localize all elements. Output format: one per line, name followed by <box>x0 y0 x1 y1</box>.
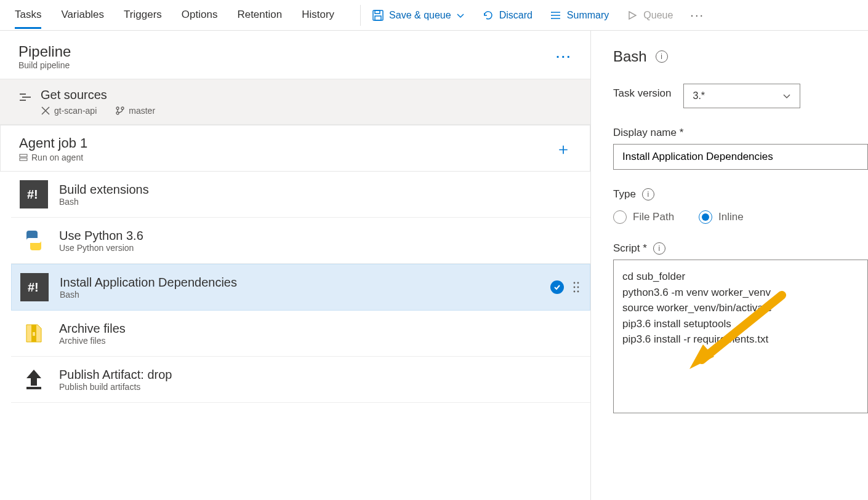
pipeline-title: Pipeline <box>18 43 71 60</box>
pipeline-more[interactable]: ··· <box>556 50 572 64</box>
play-icon <box>626 9 638 22</box>
type-radio-inline[interactable]: Inline <box>699 210 744 224</box>
svg-point-14 <box>121 107 124 109</box>
task-details-panel: Bash i Task version 3.* Display name * T… <box>591 31 868 500</box>
bash-icon: #! <box>20 273 49 301</box>
task-row-install-deps[interactable]: #! Install Application Dependencies Bash <box>11 264 590 311</box>
type-radio-inline-label: Inline <box>718 211 744 223</box>
pipeline-header[interactable]: Pipeline Build pipeline ··· <box>0 31 590 79</box>
bash-icon: #! <box>20 180 48 208</box>
chevron-down-icon <box>456 11 465 20</box>
type-radio-file-path[interactable]: File Path <box>613 210 674 224</box>
task-subtitle: Archive files <box>59 336 126 346</box>
branch-name: master <box>129 106 155 116</box>
upload-icon <box>20 365 48 394</box>
tab-retention[interactable]: Retention <box>237 1 282 29</box>
svg-rect-27 <box>26 387 41 389</box>
drag-handle[interactable] <box>573 280 580 294</box>
script-label: Script * <box>613 242 647 255</box>
info-icon[interactable]: i <box>656 50 668 63</box>
queue-label: Queue <box>643 10 673 21</box>
svg-point-21 <box>574 287 576 288</box>
save-queue-button[interactable]: Save & queue <box>372 9 465 22</box>
task-row-build-extensions[interactable]: #! Build extensions Bash <box>11 172 590 218</box>
display-name-input[interactable] <box>613 144 868 170</box>
tab-history[interactable]: History <box>302 1 334 29</box>
summary-icon <box>550 9 562 22</box>
get-sources-row[interactable]: Get sources gt-scan-api master <box>0 79 590 125</box>
chevron-down-icon <box>782 92 791 100</box>
repo-icon <box>41 106 50 116</box>
svg-point-13 <box>116 112 119 114</box>
task-version-value: 3.* <box>693 90 705 101</box>
svg-point-8 <box>551 18 552 19</box>
python-icon <box>20 226 48 255</box>
task-subtitle: Publish build artifacts <box>59 382 172 392</box>
pipeline-subtitle: Build pipeline <box>18 60 71 70</box>
undo-icon <box>482 9 494 22</box>
task-title: Archive files <box>59 322 126 336</box>
svg-rect-16 <box>20 158 27 161</box>
archive-icon <box>20 319 48 347</box>
svg-point-23 <box>574 291 576 293</box>
script-textarea[interactable] <box>613 260 868 413</box>
tab-triggers[interactable]: Triggers <box>124 1 162 29</box>
svg-point-19 <box>574 282 576 284</box>
info-icon[interactable]: i <box>642 188 654 200</box>
task-valid-icon <box>550 280 564 294</box>
display-name-label: Display name * <box>613 127 683 139</box>
get-sources-icon <box>18 90 32 104</box>
branch-icon <box>115 106 125 116</box>
agent-job-row[interactable]: Agent job 1 Run on agent ＋ <box>0 125 590 172</box>
get-sources-title: Get sources <box>41 88 155 102</box>
svg-point-6 <box>551 12 552 13</box>
add-task-button[interactable]: ＋ <box>555 138 571 160</box>
task-row-publish-artifact[interactable]: Publish Artifact: drop Publish build art… <box>11 357 590 403</box>
svg-point-7 <box>551 15 552 16</box>
tab-variables[interactable]: Variables <box>61 1 104 29</box>
tab-options[interactable]: Options <box>182 1 218 29</box>
toolbar-separator <box>360 5 361 26</box>
server-icon <box>19 153 28 162</box>
svg-rect-15 <box>20 154 27 157</box>
save-icon <box>372 9 384 22</box>
branch-link[interactable]: master <box>115 106 155 116</box>
type-radio-file-path-label: File Path <box>633 211 674 223</box>
svg-rect-26 <box>33 332 35 336</box>
discard-button[interactable]: Discard <box>482 9 532 22</box>
summary-button[interactable]: Summary <box>550 9 609 22</box>
repo-link[interactable]: gt-scan-api <box>41 106 97 116</box>
queue-button: Queue <box>626 9 673 22</box>
task-row-use-python[interactable]: Use Python 3.6 Use Python version <box>11 218 590 264</box>
task-title: Publish Artifact: drop <box>59 368 172 382</box>
task-list: #! Build extensions Bash Use Python 3.6 … <box>11 172 590 403</box>
svg-point-12 <box>116 107 119 109</box>
repo-name: gt-scan-api <box>54 106 97 116</box>
task-subtitle: Bash <box>59 197 149 207</box>
svg-point-22 <box>577 287 579 288</box>
task-row-archive-files[interactable]: Archive files Archive files <box>11 311 590 357</box>
type-label: Type <box>613 188 636 200</box>
agent-job-subtitle: Run on agent <box>31 153 83 162</box>
task-version-select[interactable]: 3.* <box>683 84 800 108</box>
svg-text:#!: #! <box>28 280 39 294</box>
task-title: Build extensions <box>59 183 149 197</box>
svg-text:#!: #! <box>27 188 38 201</box>
svg-point-20 <box>577 282 579 284</box>
task-title: Use Python 3.6 <box>59 229 143 243</box>
main: Pipeline Build pipeline ··· Get sources … <box>0 31 868 500</box>
tab-tasks[interactable]: Tasks <box>15 1 41 29</box>
task-subtitle: Bash <box>60 290 237 300</box>
topbar: Tasks Variables Triggers Options Retenti… <box>0 0 868 31</box>
task-title: Install Application Dependencies <box>60 276 237 290</box>
svg-rect-2 <box>375 16 381 20</box>
discard-label: Discard <box>499 10 532 21</box>
topbar-tabs: Tasks Variables Triggers Options Retenti… <box>15 1 334 29</box>
svg-point-24 <box>577 291 579 293</box>
info-icon[interactable]: i <box>653 242 665 255</box>
more-actions[interactable]: ··· <box>690 8 704 22</box>
summary-label: Summary <box>567 10 609 21</box>
agent-job-title: Agent job 1 <box>19 135 87 151</box>
pipeline-pane: Pipeline Build pipeline ··· Get sources … <box>0 31 591 500</box>
save-queue-label: Save & queue <box>389 10 451 21</box>
